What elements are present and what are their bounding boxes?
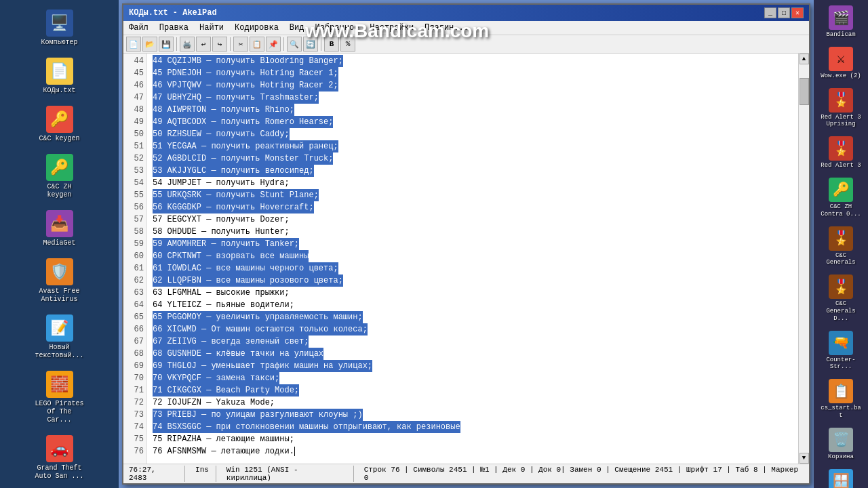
- desktop-icon-kodytxt[interactable]: 📄 КОДы.txt: [33, 55, 87, 98]
- toolbar-undo[interactable]: ↩: [196, 37, 211, 52]
- line-number-56: 56: [126, 201, 144, 214]
- toolbar-copy[interactable]: 📋: [250, 37, 264, 52]
- menu-edit[interactable]: Правка: [154, 21, 194, 35]
- toolbar-bold[interactable]: B: [324, 37, 339, 52]
- menu-encoding[interactable]: Кодировка: [229, 21, 284, 35]
- new-text-icon: 📝: [46, 314, 73, 342]
- avast-icon: 🛡️: [46, 258, 73, 285]
- gta-icon-label: Grand Theft Auto San ...: [35, 464, 84, 481]
- editor-content[interactable]: 44 CQZIJMB — получить Bloodring Banger;4…: [147, 54, 798, 464]
- scrollbar-y[interactable]: ▲ ▼: [798, 54, 809, 464]
- code-line-63: 63 LFGMHAL — высокие прыжки;: [153, 287, 793, 299]
- toolbar-find[interactable]: 🔍: [287, 37, 302, 52]
- line-number-63: 63: [126, 287, 144, 299]
- taskbar-icon-wow[interactable]: ⚔️ Wow.exe (2): [817, 45, 865, 82]
- taskbar-icon-czh-contra[interactable]: 🔑 C&C ZH Contra 0...: [817, 176, 865, 220]
- menu-file[interactable]: Файл: [123, 21, 154, 35]
- toolbar-new[interactable]: 📄: [126, 37, 141, 52]
- line-number-74: 74: [126, 421, 144, 433]
- taskbar-icon-counter[interactable]: 🔫 Counter-Str...: [817, 329, 865, 373]
- red-alert-icon: 🎖️: [829, 136, 853, 161]
- line-number-75: 75: [126, 433, 144, 445]
- taskbar-icon-windows[interactable]: 🪟 Windows 7601 Сборка 7601: [817, 467, 865, 488]
- code-line-59: 59 AMOMHRER — получить Tanker;: [153, 238, 793, 250]
- line-number-67: 67: [126, 336, 144, 348]
- red-alert-label: Red Alert 3: [821, 162, 861, 169]
- status-encoding: Win 1251 (ANSI - кириллица): [226, 466, 354, 482]
- menu-plugins[interactable]: Плагин...: [419, 21, 474, 35]
- taskbar-icon-red-alert[interactable]: 🎖️ Red Alert 3: [817, 134, 865, 171]
- code-line-64: 64 YLTEICZ — пьяные водители;: [153, 299, 793, 311]
- taskbar-icon-red-alert-up[interactable]: 🎖️ Red Alert 3 Uprising: [817, 86, 865, 131]
- windows-icon: 🪟: [829, 469, 853, 488]
- menu-find[interactable]: Найти: [194, 21, 229, 35]
- cac-gen-label: C&C Generals: [819, 252, 863, 267]
- toolbar-cut[interactable]: ✂: [233, 37, 248, 52]
- taskbar-icon-cac-gen-d[interactable]: 🎖️ C&C Generals D...: [817, 272, 865, 324]
- scrollbar-up-arrow[interactable]: ▲: [800, 54, 809, 64]
- toolbar-sep4: [321, 37, 321, 51]
- taskbar-icon-recycle[interactable]: 🗑️ Корзина: [817, 426, 865, 463]
- close-button[interactable]: ✕: [791, 7, 804, 18]
- code-line-45: 45 PDNEJOH — получить Hotring Racer 1;: [153, 67, 793, 79]
- menu-favorites[interactable]: Избранное: [309, 21, 364, 35]
- desktop-icon-lego[interactable]: 🧱 LEGO Pirates Of The Car...: [33, 368, 87, 427]
- desktop-icon-mediaget[interactable]: 📥 MediaGet: [33, 207, 87, 250]
- toolbar-save[interactable]: 💾: [159, 37, 174, 52]
- desktop-icon-computer[interactable]: 🖥️ Компьютер: [33, 7, 87, 49]
- toolbar-open[interactable]: 📂: [142, 37, 157, 52]
- code-line-65: 65 PGGOMOY — увеличить управляемость маш…: [153, 311, 793, 323]
- computer-icon: 🖥️: [46, 9, 73, 37]
- code-line-51: 51 YECGAA — получить реактивный ранец;: [153, 140, 793, 152]
- desktop-icon-cac-keygen[interactable]: 🔑 C&C keygen: [33, 103, 87, 146]
- code-line-46: 46 VPJTQWV — получить Hotring Racer 2;: [153, 79, 793, 92]
- code-line-55: 55 URKQSRK — получить Stunt Plane;: [153, 189, 793, 201]
- maximize-button[interactable]: □: [778, 7, 790, 18]
- taskbar-icon-cac-gen[interactable]: 🎖️ C&C Generals: [817, 224, 865, 269]
- line-number-70: 70: [126, 372, 144, 384]
- line-number-71: 71: [126, 384, 144, 396]
- toolbar-sep3: [283, 37, 284, 51]
- menu-settings[interactable]: Настройки: [364, 21, 419, 35]
- toolbar-italic[interactable]: %: [340, 37, 355, 52]
- scrollbar-down-arrow[interactable]: ▼: [800, 453, 809, 464]
- desktop-icon-avast[interactable]: 🛡️ Avast Free Antivirus: [33, 256, 87, 306]
- line-numbers: 4445464748495051525354555657585960616263…: [123, 54, 147, 464]
- text-cursor: [294, 447, 295, 456]
- toolbar-sep2: [230, 37, 231, 51]
- code-line-49: 49 AQTBCODX — получить Romero Hearse;: [153, 116, 793, 128]
- titlebar-controls: _ □ ✕: [764, 7, 804, 18]
- code-line-60: 60 CPKTNWT — взорвать все машины: [153, 250, 793, 262]
- line-number-50: 50: [126, 128, 144, 140]
- code-line-68: 68 GUSNHDE — клёвые тачки на улицах: [153, 348, 793, 360]
- code-line-57: 57 EEGCYXT — получить Dozer;: [153, 214, 793, 226]
- desktop-icon-czh-keygen[interactable]: 🔑 C&C ZH keygen: [33, 151, 87, 202]
- line-number-46: 46: [126, 79, 144, 92]
- toolbar-print[interactable]: 🖨️: [180, 37, 195, 52]
- toolbar: 📄 📂 💾 🖨️ ↩ ↪ ✂ 📋 📌 🔍 🔄 B %: [123, 35, 809, 54]
- code-line-48: 48 AIWPRTON — получить Rhino;: [153, 104, 793, 116]
- toolbar-paste[interactable]: 📌: [266, 37, 281, 52]
- kodytxt-icon-label: КОДы.txt: [43, 87, 75, 95]
- line-number-72: 72: [126, 396, 144, 409]
- code-line-44: 44 CQZIJMB — получить Bloodring Banger;: [153, 55, 793, 67]
- scrollbar-thumb[interactable]: [800, 78, 809, 105]
- desktop-icon-new-text[interactable]: 📝 Новый текстовый...: [33, 312, 87, 363]
- menu-view[interactable]: Вид: [284, 21, 310, 35]
- editor-area: 4445464748495051525354555657585960616263…: [123, 54, 809, 464]
- toolbar-replace[interactable]: 🔄: [303, 37, 318, 52]
- line-number-54: 54: [126, 177, 144, 189]
- line-number-61: 61: [126, 262, 144, 274]
- toolbar-redo[interactable]: ↪: [212, 37, 227, 52]
- code-line-69: 69 THGLOJ — уменьшает трафик машин на ул…: [153, 360, 793, 372]
- czh-contra-label: C&C ZH Contra 0...: [819, 203, 863, 218]
- desktop-icon-gta[interactable]: 🚗 Grand Theft Auto San ...: [33, 432, 87, 483]
- wow-icon: ⚔️: [829, 47, 853, 71]
- line-number-62: 62: [126, 274, 144, 287]
- taskbar-icon-bandicam[interactable]: 🎬 Bandicam: [817, 3, 865, 41]
- window-titlebar: КОДы.txt - AkelPad _ □ ✕: [123, 5, 809, 21]
- taskbar-icon-cs-start[interactable]: 📋 cs_start.bat: [817, 377, 865, 422]
- minimize-button[interactable]: _: [764, 7, 776, 18]
- code-line-56: 56 KGGGDKP — получить Hovercraft;: [153, 201, 793, 214]
- code-line-47: 47 UBHYZHQ — получить Trashmaster;: [153, 92, 793, 104]
